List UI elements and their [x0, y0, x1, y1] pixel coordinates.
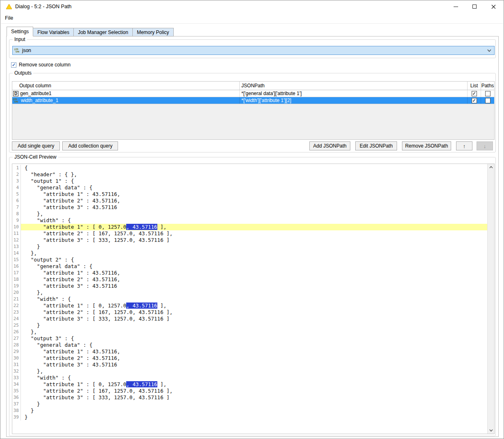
- code-text: "attribute 2" : 43.57116,: [21, 276, 487, 283]
- line-number: 3: [12, 178, 21, 184]
- line-number: 6: [12, 198, 21, 204]
- json-preview-editor: 1{2 "header" : { },3 "output 1" : {4 "ge…: [12, 164, 495, 434]
- add-collection-query-button[interactable]: Add collection query: [62, 141, 118, 150]
- code-text: "width" : {: [21, 217, 487, 224]
- maximize-icon: [472, 5, 477, 9]
- code-line: 31 "attribute 3" : 43.57116: [12, 362, 487, 368]
- tab-flow-variables[interactable]: Flow Variables: [33, 28, 74, 36]
- code-text: "output 1" : {: [21, 178, 487, 184]
- window-title: Dialog - 5:2 - JSON Path: [15, 4, 72, 9]
- menu-bar: File: [1, 13, 503, 24]
- paths-checkbox[interactable]: [485, 91, 490, 96]
- code-line: 2 "header" : { },: [12, 171, 487, 178]
- table-row[interactable]: Dgen_attribute1*['general data']['attrib…: [12, 90, 494, 97]
- input-column-select[interactable]: {JSON json: [12, 46, 495, 55]
- code-text: "attribute 2" : [ 167, 1257.0, 43.57116 …: [21, 309, 487, 316]
- column-header-output-column: Output column: [12, 82, 240, 90]
- jsonpath-value: *['width']['attribute 1'][2]: [240, 97, 468, 104]
- tab-bar: SettingsFlow VariablesJob Manager Select…: [7, 27, 173, 36]
- list-checkbox[interactable]: ✓: [472, 91, 477, 96]
- code-text: },: [21, 289, 487, 296]
- edit-jsonpath-button[interactable]: Edit JSONPath: [355, 141, 397, 150]
- vertical-scrollbar[interactable]: [487, 164, 494, 434]
- code-text: "general data" : {: [21, 342, 487, 348]
- tab-job-manager-selection[interactable]: Job Manager Selection: [73, 28, 133, 36]
- line-number: 30: [12, 355, 21, 362]
- line-number: 38: [12, 407, 21, 414]
- json-type-icon: {JSON: [14, 48, 20, 53]
- input-column-value: json: [22, 48, 31, 53]
- code-line: 22 "attribute 1" : [ 0, 1257.0, 43.57116…: [12, 303, 487, 309]
- line-number: 21: [12, 296, 21, 303]
- code-text: "attribute 3" : [ 333, 1257.0, 43.57116 …: [21, 316, 487, 322]
- line-number: 23: [12, 309, 21, 316]
- scroll-down-button[interactable]: [488, 427, 495, 434]
- code-line: 37 }: [12, 401, 487, 407]
- add-jsonpath-button[interactable]: Add JSONPath: [309, 141, 350, 150]
- jsonpath-buttons: Add JSONPathEdit JSONPathRemove JSONPath…: [309, 141, 493, 150]
- code-text: "attribute 1" : 43.57116,: [21, 270, 487, 276]
- maximize-button[interactable]: [465, 0, 484, 13]
- line-number: 20: [12, 289, 21, 296]
- code-line: 5 "attribute 1" : 43.57116,: [12, 191, 487, 198]
- code-text: "attribute 1" : 43.57116,: [21, 348, 487, 355]
- code-text: "attribute 3" : [ 333, 1257.0, 43.57116 …: [21, 394, 487, 401]
- code-line: 27 "output 3" : {: [12, 335, 487, 342]
- scroll-up-button[interactable]: [488, 164, 495, 171]
- outputs-group-label: Outputs: [13, 70, 33, 76]
- move-up-button[interactable]: ↑: [456, 141, 472, 150]
- tab-settings[interactable]: Settings: [7, 27, 33, 36]
- close-icon: [491, 5, 496, 9]
- line-number: 36: [12, 394, 21, 401]
- chevron-up-icon: [489, 166, 493, 168]
- line-number: 37: [12, 401, 21, 407]
- line-number: 39: [12, 414, 21, 421]
- close-button[interactable]: [484, 0, 503, 13]
- remove-jsonpath-button[interactable]: Remove JSONPath: [402, 141, 451, 150]
- code-line: 36 "attribute 3" : [ 333, 1257.0, 43.571…: [12, 394, 487, 401]
- code-text: "general data" : {: [21, 263, 487, 270]
- code-text: },: [21, 368, 487, 375]
- line-number: 31: [12, 362, 21, 368]
- input-group: Input {JSON json: [9, 39, 496, 58]
- code-line: 14 },: [12, 250, 487, 257]
- list-checkbox[interactable]: ✓: [472, 98, 477, 103]
- selected-text: , 43.57116: [126, 224, 157, 230]
- code-text: "attribute 3" : 43.57116: [21, 283, 487, 289]
- line-number: 22: [12, 303, 21, 309]
- line-number: 16: [12, 263, 21, 270]
- knime-node-icon: [6, 4, 12, 9]
- line-number: 4: [12, 184, 21, 191]
- line-number: 27: [12, 335, 21, 342]
- code-line: 26 },: [12, 329, 487, 335]
- tab-memory-policy[interactable]: Memory Policy: [132, 28, 174, 36]
- menu-file[interactable]: File: [2, 13, 16, 23]
- table-row[interactable]: {JSONwidth_attribute_1*['width']['attrib…: [12, 97, 494, 104]
- move-down-button[interactable]: ↓: [477, 141, 493, 150]
- code-text: {: [21, 165, 487, 171]
- line-number: 19: [12, 283, 21, 289]
- minimize-button[interactable]: [446, 0, 465, 13]
- code-text: "attribute 3" : [ 333, 1257.0, 43.57116 …: [21, 237, 487, 243]
- code-text: },: [21, 211, 487, 217]
- code-line: 35 "attribute 2" : [ 167, 1257.0, 43.571…: [12, 388, 487, 394]
- code-text: "attribute 3" : 43.57116: [21, 204, 487, 211]
- line-number: 11: [12, 230, 21, 237]
- code-text: "attribute 2" : 43.57116,: [21, 198, 487, 204]
- line-number: 25: [12, 322, 21, 329]
- code-line: 32 },: [12, 368, 487, 375]
- paths-checkbox[interactable]: [485, 98, 490, 103]
- code-line: 25 }: [12, 322, 487, 329]
- code-line: 19 "attribute 3" : 43.57116: [12, 283, 487, 289]
- add-single-query-button[interactable]: Add single query: [12, 141, 60, 150]
- code-line: 18 "attribute 2" : 43.57116,: [12, 276, 487, 283]
- code-line: 4 "general data" : {: [12, 184, 487, 191]
- json-preview-text[interactable]: 1{2 "header" : { },3 "output 1" : {4 "ge…: [12, 164, 487, 434]
- chevron-down-icon: [489, 429, 493, 432]
- remove-source-checkbox[interactable]: ✓: [11, 62, 16, 68]
- code-line: 3 "output 1" : {: [12, 178, 487, 184]
- selected-text: , 43.57116: [126, 303, 157, 309]
- code-text: "attribute 3" : 43.57116: [21, 362, 487, 368]
- code-line: 30 "attribute 2" : 43.57116,: [12, 355, 487, 362]
- code-text: },: [21, 329, 487, 335]
